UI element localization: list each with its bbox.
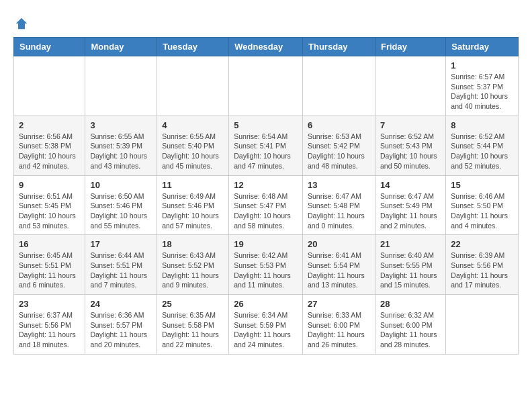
day-cell: 18Sunrise: 6:43 AM Sunset: 5:52 PM Dayli… (157, 235, 229, 295)
weekday-tuesday: Tuesday (157, 38, 229, 56)
day-info: Sunrise: 6:41 AM Sunset: 5:54 PM Dayligh… (308, 250, 370, 290)
day-cell: 27Sunrise: 6:33 AM Sunset: 6:00 PM Dayli… (303, 295, 375, 355)
day-info: Sunrise: 6:33 AM Sunset: 6:00 PM Dayligh… (308, 310, 370, 350)
day-info: Sunrise: 6:54 AM Sunset: 5:41 PM Dayligh… (234, 132, 298, 171)
day-info: Sunrise: 6:45 AM Sunset: 5:51 PM Dayligh… (19, 250, 80, 290)
day-cell (303, 56, 375, 116)
day-info: Sunrise: 6:48 AM Sunset: 5:47 PM Dayligh… (234, 191, 298, 231)
day-cell: 3Sunrise: 6:55 AM Sunset: 5:39 PM Daylig… (85, 116, 157, 175)
day-number: 12 (234, 180, 298, 190)
day-info: Sunrise: 6:44 AM Sunset: 5:51 PM Dayligh… (90, 250, 152, 290)
day-number: 23 (19, 299, 80, 309)
day-cell: 20Sunrise: 6:41 AM Sunset: 5:54 PM Dayli… (303, 235, 375, 295)
day-info: Sunrise: 6:34 AM Sunset: 5:59 PM Dayligh… (234, 310, 298, 350)
day-number: 28 (380, 299, 441, 309)
day-number: 3 (90, 120, 152, 130)
day-number: 5 (234, 120, 298, 130)
day-cell: 24Sunrise: 6:36 AM Sunset: 5:57 PM Dayli… (85, 295, 157, 355)
day-cell: 13Sunrise: 6:47 AM Sunset: 5:48 PM Dayli… (303, 175, 375, 235)
day-info: Sunrise: 6:47 AM Sunset: 5:49 PM Dayligh… (380, 191, 441, 231)
day-info: Sunrise: 6:51 AM Sunset: 5:45 PM Dayligh… (19, 191, 80, 231)
day-number: 13 (308, 180, 370, 190)
day-number: 16 (19, 239, 80, 249)
week-row-2: 9Sunrise: 6:51 AM Sunset: 5:45 PM Daylig… (14, 175, 519, 235)
day-number: 4 (162, 120, 224, 130)
day-number: 17 (90, 239, 152, 249)
day-number: 6 (308, 120, 370, 130)
day-cell: 12Sunrise: 6:48 AM Sunset: 5:47 PM Dayli… (229, 175, 303, 235)
day-cell: 22Sunrise: 6:39 AM Sunset: 5:56 PM Dayli… (446, 235, 519, 295)
day-cell (446, 295, 519, 355)
day-number: 26 (234, 299, 298, 309)
day-cell: 11Sunrise: 6:49 AM Sunset: 5:46 PM Dayli… (157, 175, 229, 235)
week-row-0: 1Sunrise: 6:57 AM Sunset: 5:37 PM Daylig… (14, 56, 519, 116)
day-info: Sunrise: 6:35 AM Sunset: 5:58 PM Dayligh… (162, 310, 224, 350)
day-cell: 19Sunrise: 6:42 AM Sunset: 5:53 PM Dayli… (229, 235, 303, 295)
weekday-friday: Friday (375, 38, 445, 56)
day-cell: 14Sunrise: 6:47 AM Sunset: 5:49 PM Dayli… (375, 175, 445, 235)
day-cell: 5Sunrise: 6:54 AM Sunset: 5:41 PM Daylig… (229, 116, 303, 175)
day-cell (375, 56, 445, 116)
day-info: Sunrise: 6:47 AM Sunset: 5:48 PM Dayligh… (308, 191, 370, 231)
day-cell: 2Sunrise: 6:56 AM Sunset: 5:38 PM Daylig… (14, 116, 85, 175)
day-cell: 23Sunrise: 6:37 AM Sunset: 5:56 PM Dayli… (14, 295, 85, 355)
header (13, 13, 519, 30)
day-cell: 28Sunrise: 6:32 AM Sunset: 6:00 PM Dayli… (375, 295, 445, 355)
calendar-table: SundayMondayTuesdayWednesdayThursdayFrid… (13, 37, 519, 355)
day-info: Sunrise: 6:56 AM Sunset: 5:38 PM Dayligh… (19, 132, 80, 171)
calendar-body: 1Sunrise: 6:57 AM Sunset: 5:37 PM Daylig… (14, 56, 519, 355)
day-number: 1 (451, 60, 513, 71)
day-info: Sunrise: 6:39 AM Sunset: 5:56 PM Dayligh… (451, 250, 513, 290)
day-info: Sunrise: 6:36 AM Sunset: 5:57 PM Dayligh… (90, 310, 152, 350)
day-info: Sunrise: 6:40 AM Sunset: 5:55 PM Dayligh… (380, 250, 441, 290)
weekday-wednesday: Wednesday (229, 38, 303, 56)
day-info: Sunrise: 6:43 AM Sunset: 5:52 PM Dayligh… (162, 250, 224, 290)
day-number: 7 (380, 120, 441, 130)
weekday-sunday: Sunday (14, 38, 85, 56)
week-row-4: 23Sunrise: 6:37 AM Sunset: 5:56 PM Dayli… (14, 295, 519, 355)
day-info: Sunrise: 6:52 AM Sunset: 5:43 PM Dayligh… (380, 132, 441, 171)
day-number: 9 (19, 180, 80, 190)
day-number: 8 (451, 120, 513, 130)
day-cell: 4Sunrise: 6:55 AM Sunset: 5:40 PM Daylig… (157, 116, 229, 175)
day-info: Sunrise: 6:52 AM Sunset: 5:44 PM Dayligh… (451, 132, 513, 171)
day-info: Sunrise: 6:42 AM Sunset: 5:53 PM Dayligh… (234, 250, 298, 290)
day-number: 20 (308, 239, 370, 249)
day-number: 22 (451, 239, 513, 249)
day-info: Sunrise: 6:50 AM Sunset: 5:46 PM Dayligh… (90, 191, 152, 231)
day-info: Sunrise: 6:55 AM Sunset: 5:39 PM Dayligh… (90, 132, 152, 171)
day-cell: 7Sunrise: 6:52 AM Sunset: 5:43 PM Daylig… (375, 116, 445, 175)
day-info: Sunrise: 6:57 AM Sunset: 5:37 PM Dayligh… (451, 72, 513, 111)
weekday-thursday: Thursday (303, 38, 375, 56)
day-cell: 1Sunrise: 6:57 AM Sunset: 5:37 PM Daylig… (446, 56, 519, 116)
day-info: Sunrise: 6:46 AM Sunset: 5:50 PM Dayligh… (451, 191, 513, 231)
day-cell: 6Sunrise: 6:53 AM Sunset: 5:42 PM Daylig… (303, 116, 375, 175)
logo-icon (15, 17, 28, 30)
day-number: 21 (380, 239, 441, 249)
day-cell: 25Sunrise: 6:35 AM Sunset: 5:58 PM Dayli… (157, 295, 229, 355)
day-cell (229, 56, 303, 116)
day-info: Sunrise: 6:55 AM Sunset: 5:40 PM Dayligh… (162, 132, 224, 171)
day-cell: 15Sunrise: 6:46 AM Sunset: 5:50 PM Dayli… (446, 175, 519, 235)
day-info: Sunrise: 6:53 AM Sunset: 5:42 PM Dayligh… (308, 132, 370, 171)
day-info: Sunrise: 6:32 AM Sunset: 6:00 PM Dayligh… (380, 310, 441, 350)
week-row-1: 2Sunrise: 6:56 AM Sunset: 5:38 PM Daylig… (14, 116, 519, 175)
day-number: 19 (234, 239, 298, 249)
calendar-header: SundayMondayTuesdayWednesdayThursdayFrid… (14, 38, 519, 56)
logo (13, 17, 28, 30)
day-cell: 9Sunrise: 6:51 AM Sunset: 5:45 PM Daylig… (14, 175, 85, 235)
weekday-header-row: SundayMondayTuesdayWednesdayThursdayFrid… (14, 38, 519, 56)
day-cell: 16Sunrise: 6:45 AM Sunset: 5:51 PM Dayli… (14, 235, 85, 295)
day-cell: 26Sunrise: 6:34 AM Sunset: 5:59 PM Dayli… (229, 295, 303, 355)
day-number: 18 (162, 239, 224, 249)
weekday-monday: Monday (85, 38, 157, 56)
day-info: Sunrise: 6:37 AM Sunset: 5:56 PM Dayligh… (19, 310, 80, 350)
week-row-3: 16Sunrise: 6:45 AM Sunset: 5:51 PM Dayli… (14, 235, 519, 295)
day-number: 10 (90, 180, 152, 190)
day-number: 24 (90, 299, 152, 309)
day-number: 25 (162, 299, 224, 309)
day-cell (157, 56, 229, 116)
svg-marker-0 (16, 18, 28, 30)
day-cell (14, 56, 85, 116)
day-cell: 10Sunrise: 6:50 AM Sunset: 5:46 PM Dayli… (85, 175, 157, 235)
